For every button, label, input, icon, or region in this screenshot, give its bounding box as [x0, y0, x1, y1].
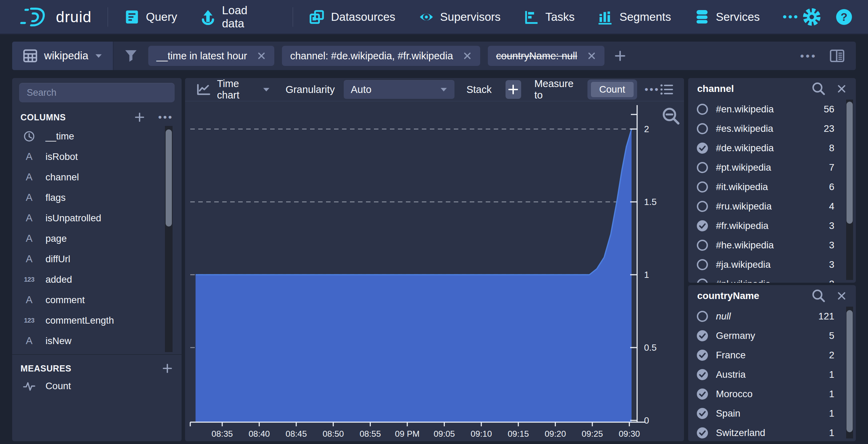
column-item[interactable]: 123 added [12, 269, 182, 290]
filter-chip-channel[interactable]: channel: #de.wikipedia, #fr.wikipedia [282, 46, 480, 66]
column-item[interactable]: A isNew [12, 331, 182, 351]
value-label: #ru.wikipedia [716, 201, 772, 212]
zoom-out-icon[interactable] [661, 106, 681, 126]
value-row[interactable]: Switzerland 1 [688, 423, 856, 441]
columns-more-button[interactable]: ••• [158, 111, 173, 123]
value-row[interactable]: #ru.wikipedia 4 [688, 197, 856, 216]
panel-toggle-icon[interactable] [829, 49, 845, 63]
value-row[interactable]: #pl.wikipedia 2 [688, 274, 856, 283]
svg-text:09:25: 09:25 [582, 429, 603, 438]
column-type-icon: 123 [21, 276, 37, 283]
unchecked-circle-icon [696, 310, 708, 322]
scrollbar-thumb[interactable] [846, 102, 853, 224]
value-row[interactable]: Morocco 1 [688, 384, 856, 404]
chart-more-button[interactable]: ••• [645, 84, 660, 95]
svg-text:09:10: 09:10 [471, 429, 492, 438]
column-item[interactable]: 123 commentLength [12, 310, 182, 331]
column-type-icon: A [21, 151, 37, 162]
close-icon[interactable] [836, 291, 847, 301]
datasource-picker[interactable]: wikipedia [12, 42, 114, 70]
close-icon[interactable] [257, 51, 266, 60]
time-chart[interactable]: 08:3508:4008:4508:5008:5509 PM09:0509:10… [185, 78, 684, 441]
add-measure-button[interactable] [161, 362, 173, 374]
value-row[interactable]: Austria 1 [688, 365, 856, 384]
granularity-value: Auto [351, 84, 372, 95]
filter-funnel-icon[interactable] [124, 49, 138, 63]
gear-icon[interactable] [803, 8, 821, 26]
measure-item[interactable]: Count [12, 376, 182, 396]
value-row[interactable]: Spain 1 [688, 404, 856, 423]
nav-item-datasources[interactable]: Datasources [309, 9, 395, 25]
value-row[interactable]: France 2 [688, 345, 856, 365]
search-input[interactable] [19, 83, 175, 102]
value-row[interactable]: #en.wikipedia 56 [688, 100, 856, 119]
druid-logo[interactable]: druid [19, 4, 92, 30]
value-row[interactable]: #fr.wikipedia 3 [688, 216, 856, 236]
add-column-button[interactable] [134, 111, 145, 123]
granularity-select[interactable]: Auto [344, 80, 454, 99]
close-icon[interactable] [836, 84, 847, 94]
chart-toolbar: Time chart Granularity Auto Stack Measur… [185, 78, 684, 101]
add-filter-button[interactable] [614, 50, 626, 62]
svg-text:08:45: 08:45 [286, 429, 307, 438]
svg-text:?: ? [841, 10, 848, 23]
value-row[interactable]: #pt.wikipedia 7 [688, 158, 856, 177]
svg-text:09:15: 09:15 [508, 429, 529, 438]
column-item[interactable]: __time [12, 126, 182, 146]
column-item[interactable]: A isUnpatrolled [12, 208, 182, 228]
value-row[interactable]: Germany 5 [688, 326, 856, 345]
value-label: #it.wikipedia [716, 181, 768, 193]
search-icon[interactable] [811, 289, 826, 303]
checked-circle-icon [696, 369, 708, 381]
column-item[interactable]: A isRobot [12, 146, 182, 167]
filter-bar-more-button[interactable]: ••• [800, 50, 817, 62]
help-icon[interactable]: ? [835, 8, 853, 26]
value-row[interactable]: #ja.wikipedia 3 [688, 255, 856, 274]
svg-text:2: 2 [644, 124, 649, 134]
nav-item-tasks[interactable]: Tasks [524, 9, 575, 25]
column-item[interactable]: A diffUrl [12, 249, 182, 269]
nav-item-query[interactable]: Query [124, 9, 177, 25]
filter-chip-countryname[interactable]: countryName: null [488, 46, 604, 66]
sidebar: COLUMNS ••• __time A isRobot [12, 78, 182, 441]
stack-add-button[interactable] [506, 80, 521, 99]
datasource-name: wikipedia [44, 50, 89, 62]
column-type-icon: A [21, 171, 37, 183]
value-row[interactable]: #it.wikipedia 6 [688, 177, 856, 197]
column-item[interactable]: A page [12, 228, 182, 249]
app-title: druid [56, 8, 92, 26]
chevron-down-icon[interactable] [262, 87, 270, 92]
chart-type-selector[interactable]: Time chart [217, 78, 253, 101]
nav-more-button[interactable]: ••• [783, 10, 799, 24]
chevron-down-icon [95, 53, 102, 59]
legend-list-icon[interactable] [660, 83, 674, 96]
filter-chip-time[interactable]: __time in latest hour [148, 46, 274, 66]
column-name: __time [45, 131, 74, 142]
value-row[interactable]: #he.wikipedia 3 [688, 236, 856, 255]
value-row[interactable]: #es.wikipedia 23 [688, 119, 856, 138]
value-label: France [716, 350, 746, 361]
column-item[interactable]: A comment [12, 290, 182, 310]
close-icon[interactable] [463, 51, 472, 60]
scrollbar-thumb[interactable] [166, 129, 172, 227]
column-item[interactable]: A channel [12, 167, 182, 187]
search-icon[interactable] [811, 82, 826, 96]
scrollbar-thumb[interactable] [846, 310, 853, 432]
nav-label: Segments [619, 10, 671, 24]
nav-divider [293, 7, 293, 27]
column-item[interactable]: A flags [12, 187, 182, 208]
measure-count-button[interactable]: Count [591, 82, 634, 97]
nav-item-segments[interactable]: Segments [598, 9, 671, 25]
checked-circle-icon [696, 408, 708, 419]
value-row[interactable]: null 121 [688, 307, 856, 326]
channel-filter-panel: channel #en.wikipedia 56 [688, 78, 856, 283]
nav-item-services[interactable]: Services [694, 9, 760, 25]
value-row[interactable]: #de.wikipedia 8 [688, 138, 856, 158]
nav-item-load-data[interactable]: Load data [200, 4, 254, 30]
channel-scrollbar [846, 100, 853, 280]
close-icon[interactable] [587, 51, 596, 60]
column-name: isUnpatrolled [45, 213, 101, 224]
query-icon [124, 9, 140, 25]
unchecked-circle-icon [696, 181, 708, 193]
nav-item-supervisors[interactable]: Supervisors [418, 9, 501, 25]
